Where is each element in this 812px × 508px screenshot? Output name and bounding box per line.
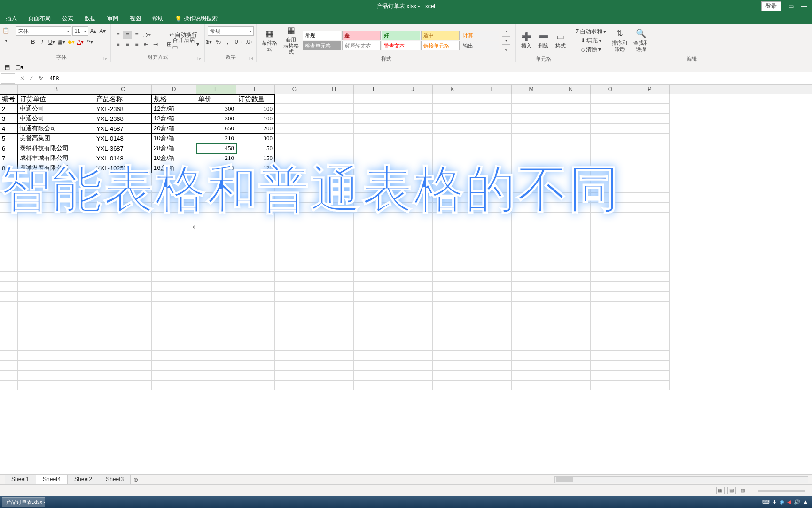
- cell-style-option[interactable]: 输出: [461, 41, 499, 50]
- cell[interactable]: [314, 381, 354, 390]
- number-format-combo[interactable]: 常规▾: [208, 26, 254, 36]
- cell[interactable]: [433, 163, 472, 173]
- cell[interactable]: [152, 381, 196, 390]
- cell[interactable]: [630, 114, 670, 124]
- cell[interactable]: [152, 242, 196, 252]
- font-size-combo[interactable]: 11▾: [72, 26, 88, 36]
- tray-icon[interactable]: 🔊: [794, 499, 800, 505]
- menu-tab[interactable]: 帮助: [147, 13, 169, 24]
- cell[interactable]: [551, 114, 591, 124]
- cell[interactable]: [275, 302, 314, 311]
- cell[interactable]: [512, 331, 551, 341]
- cell[interactable]: YXL-4587: [94, 124, 152, 134]
- cell[interactable]: [152, 183, 196, 193]
- cell[interactable]: [472, 302, 512, 311]
- cell-style-option[interactable]: 警告文本: [382, 41, 420, 50]
- cell[interactable]: [472, 331, 512, 341]
- cell[interactable]: [512, 203, 551, 213]
- cell-style-option[interactable]: 差: [342, 31, 381, 40]
- column-header[interactable]: E: [196, 85, 236, 94]
- column-header[interactable]: P: [630, 85, 670, 94]
- cell[interactable]: [314, 143, 354, 153]
- cell[interactable]: [236, 311, 275, 321]
- cell[interactable]: [472, 242, 512, 252]
- cell[interactable]: [0, 262, 18, 272]
- cell[interactable]: [472, 262, 512, 272]
- cell[interactable]: [433, 302, 472, 311]
- cell[interactable]: 650: [196, 124, 236, 134]
- cell[interactable]: [314, 222, 354, 232]
- cell[interactable]: [591, 232, 630, 242]
- cell[interactable]: 订货单位: [18, 94, 94, 104]
- cell[interactable]: [551, 232, 591, 242]
- cell[interactable]: [512, 153, 551, 163]
- cell-style-option[interactable]: 计算: [461, 31, 499, 40]
- cell[interactable]: [94, 173, 152, 183]
- cell[interactable]: [472, 153, 512, 163]
- cell[interactable]: 3: [0, 114, 18, 124]
- cell[interactable]: [236, 193, 275, 203]
- cell[interactable]: 458: [196, 143, 236, 153]
- cell[interactable]: [630, 183, 670, 193]
- cell[interactable]: [591, 222, 630, 232]
- cell[interactable]: [433, 104, 472, 114]
- cell[interactable]: [433, 321, 472, 331]
- horizontal-scrollbar[interactable]: [554, 476, 808, 483]
- cell[interactable]: [512, 361, 551, 371]
- cell[interactable]: [314, 321, 354, 331]
- system-tray[interactable]: ⌨ ⬇ ◉ ◀ 🔊 ▲: [762, 499, 812, 505]
- cell[interactable]: [472, 203, 512, 213]
- cell[interactable]: 10盒/箱: [152, 153, 196, 163]
- cell[interactable]: [354, 361, 393, 371]
- cell[interactable]: [472, 124, 512, 134]
- cell[interactable]: [275, 104, 314, 114]
- cell[interactable]: [393, 381, 433, 390]
- cell[interactable]: [393, 242, 433, 252]
- cell[interactable]: [196, 193, 236, 203]
- column-header[interactable]: O: [591, 85, 630, 94]
- cell[interactable]: [512, 371, 551, 381]
- tray-icon[interactable]: ◀: [787, 499, 791, 505]
- cell[interactable]: 中通公司: [18, 114, 94, 124]
- cell[interactable]: [18, 242, 94, 252]
- cell[interactable]: [433, 193, 472, 203]
- cell[interactable]: [236, 381, 275, 390]
- cell[interactable]: [354, 163, 393, 173]
- cell[interactable]: [630, 292, 670, 302]
- column-header[interactable]: C: [94, 85, 152, 94]
- cell[interactable]: [236, 292, 275, 302]
- cell[interactable]: [152, 252, 196, 262]
- cell[interactable]: [354, 292, 393, 302]
- cell[interactable]: [354, 311, 393, 321]
- cell[interactable]: [551, 213, 591, 222]
- cell[interactable]: [393, 252, 433, 262]
- cell[interactable]: [393, 114, 433, 124]
- menu-tab[interactable]: 审阅: [102, 13, 124, 24]
- cell[interactable]: [591, 183, 630, 193]
- cell[interactable]: [354, 222, 393, 232]
- cell[interactable]: [433, 173, 472, 183]
- align-bottom-icon[interactable]: ≡: [133, 31, 141, 39]
- cell[interactable]: [152, 371, 196, 381]
- cell[interactable]: [433, 371, 472, 381]
- cell[interactable]: [0, 341, 18, 351]
- cell[interactable]: [551, 262, 591, 272]
- cell[interactable]: [152, 193, 196, 203]
- cell[interactable]: [0, 282, 18, 292]
- cell[interactable]: [94, 262, 152, 272]
- cell[interactable]: [472, 232, 512, 242]
- cell[interactable]: [18, 292, 94, 302]
- cell[interactable]: [18, 213, 94, 222]
- taskbar-app-button[interactable]: 产品订单表.xlsx - ...: [2, 497, 45, 507]
- cell[interactable]: [196, 262, 236, 272]
- add-sheet-button[interactable]: ⊕: [131, 476, 141, 483]
- cell[interactable]: [551, 341, 591, 351]
- cell[interactable]: [512, 381, 551, 390]
- cell[interactable]: [236, 232, 275, 242]
- phonetic-button[interactable]: ᵂ▾: [86, 38, 94, 46]
- cell[interactable]: [18, 311, 94, 321]
- cell[interactable]: [18, 371, 94, 381]
- cell[interactable]: [0, 242, 18, 252]
- cell[interactable]: [630, 252, 670, 262]
- cell-style-option[interactable]: 链接单元格: [421, 41, 460, 50]
